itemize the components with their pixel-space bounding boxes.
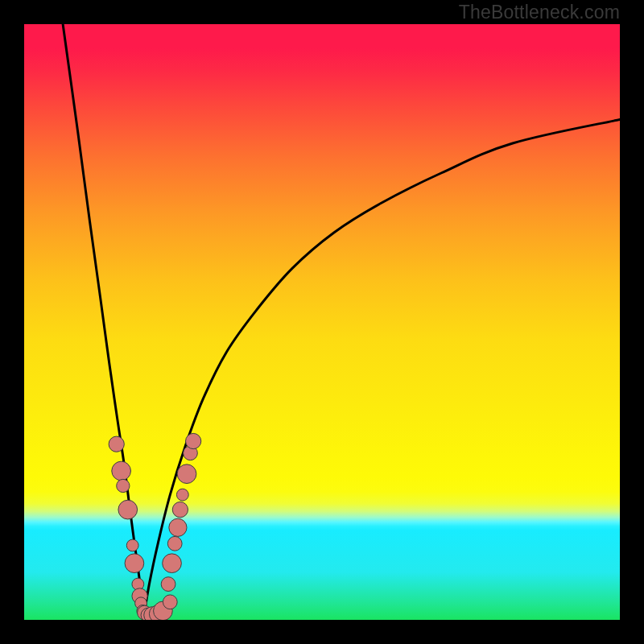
frame-right	[620, 0, 644, 644]
watermark-label: TheBottleneck.com	[459, 2, 620, 23]
frame-left	[0, 0, 24, 644]
gradient-background	[24, 24, 620, 620]
bottleneck-chart: TheBottleneck.com	[0, 0, 644, 644]
frame-bottom	[0, 620, 644, 644]
